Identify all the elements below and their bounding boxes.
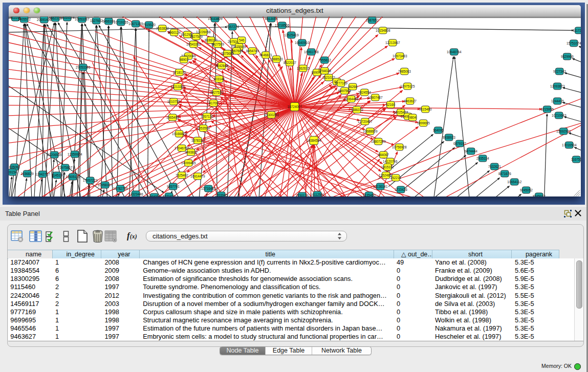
svg-text:17046766: 17046766 xyxy=(175,146,189,149)
svg-text:14136141: 14136141 xyxy=(373,184,388,188)
svg-text:7625402: 7625402 xyxy=(176,173,188,177)
svg-text:8813054: 8813054 xyxy=(265,17,278,20)
svg-text:9227343: 9227343 xyxy=(553,69,566,73)
svg-text:7632621: 7632621 xyxy=(488,164,501,168)
svg-text:12093873: 12093873 xyxy=(550,84,565,87)
svg-text:10543362: 10543362 xyxy=(186,42,201,46)
svg-text:3824554: 3824554 xyxy=(358,90,371,94)
svg-text:3267130: 3267130 xyxy=(201,114,213,118)
svg-text:8215955: 8215955 xyxy=(541,107,554,111)
svg-text:1203945: 1203945 xyxy=(215,193,228,196)
svg-text:19218506: 19218506 xyxy=(275,23,290,27)
svg-text:6497568: 6497568 xyxy=(338,89,351,92)
svg-text:15300293: 15300293 xyxy=(264,113,279,116)
svg-text:15751074: 15751074 xyxy=(567,41,581,45)
svg-text:9329966: 9329966 xyxy=(561,54,574,58)
svg-text:9474444: 9474444 xyxy=(465,149,477,152)
svg-text:9245052: 9245052 xyxy=(520,188,533,191)
svg-text:10671355: 10671355 xyxy=(128,21,143,25)
svg-text:3375685: 3375685 xyxy=(221,51,234,55)
svg-text:9115460: 9115460 xyxy=(419,107,432,111)
svg-text:8471676: 8471676 xyxy=(498,171,511,175)
svg-text:12505135: 12505135 xyxy=(66,174,80,178)
svg-text:8938923: 8938923 xyxy=(443,135,455,139)
svg-text:10958107: 10958107 xyxy=(98,183,113,186)
svg-text:8771420: 8771420 xyxy=(163,194,176,196)
svg-text:13525419: 13525419 xyxy=(284,33,299,36)
svg-text:7357274: 7357274 xyxy=(226,25,239,28)
svg-text:13226058: 13226058 xyxy=(196,30,211,33)
svg-text:8454749: 8454749 xyxy=(246,49,259,52)
svg-text:14099485: 14099485 xyxy=(181,161,196,164)
svg-text:29053346: 29053346 xyxy=(76,65,91,69)
svg-text:2935114: 2935114 xyxy=(476,156,489,160)
svg-text:16112561: 16112561 xyxy=(310,192,324,196)
svg-text:1588520: 1588520 xyxy=(270,57,283,60)
svg-text:16782759: 16782759 xyxy=(113,186,128,190)
svg-text:1244415: 1244415 xyxy=(551,99,564,102)
svg-text:1405572: 1405572 xyxy=(18,17,31,20)
svg-text:10654112: 10654112 xyxy=(507,180,521,183)
svg-text:9777169: 9777169 xyxy=(335,81,347,84)
svg-text:8322037: 8322037 xyxy=(284,60,296,64)
svg-text:12213967: 12213967 xyxy=(385,40,400,44)
svg-text:9242848: 9242848 xyxy=(215,63,228,67)
svg-text:7955812: 7955812 xyxy=(318,58,331,61)
svg-text:1010755: 1010755 xyxy=(167,99,180,103)
svg-text:19384554: 19384554 xyxy=(307,138,321,142)
svg-text:8427509: 8427509 xyxy=(211,42,224,46)
svg-text:13720407: 13720407 xyxy=(358,119,373,123)
svg-text:7485063: 7485063 xyxy=(398,69,411,73)
svg-text:1117205: 1117205 xyxy=(573,28,581,32)
svg-text:17016504: 17016504 xyxy=(562,143,577,146)
svg-text:10648784: 10648784 xyxy=(447,50,462,53)
svg-text:41700: 41700 xyxy=(209,101,218,104)
svg-text:46266: 46266 xyxy=(348,84,357,88)
svg-text:9457791: 9457791 xyxy=(167,184,180,188)
svg-text:17359924: 17359924 xyxy=(68,152,82,156)
svg-text:16033809: 16033809 xyxy=(208,17,223,20)
svg-text:1815112: 1815112 xyxy=(381,165,394,168)
svg-text:62160: 62160 xyxy=(386,102,395,106)
svg-text:98901: 98901 xyxy=(179,57,188,61)
svg-text:2718176: 2718176 xyxy=(173,70,186,74)
svg-text:10688609: 10688609 xyxy=(363,129,378,133)
svg-text:17957223: 17957223 xyxy=(83,178,98,182)
svg-text:19166825: 19166825 xyxy=(172,132,187,135)
svg-text:116753: 116753 xyxy=(571,157,581,161)
svg-text:10807487: 10807487 xyxy=(368,95,383,99)
svg-text:803144: 803144 xyxy=(213,77,225,80)
svg-text:252214: 252214 xyxy=(390,176,401,179)
svg-text:12213383: 12213383 xyxy=(170,84,185,88)
svg-text:7730125: 7730125 xyxy=(296,193,309,196)
svg-text:15716485: 15716485 xyxy=(201,186,216,190)
svg-text:114519: 114519 xyxy=(52,173,62,177)
svg-text:18807249: 18807249 xyxy=(371,139,386,143)
svg-text:9904231: 9904231 xyxy=(148,194,161,196)
svg-text:835061: 835061 xyxy=(9,165,20,168)
svg-text:7663822: 7663822 xyxy=(156,26,169,30)
svg-text:9804: 9804 xyxy=(409,115,417,119)
svg-text:6879197: 6879197 xyxy=(453,141,466,145)
svg-text:1362615: 1362615 xyxy=(297,66,310,70)
svg-text:20206535: 20206535 xyxy=(47,152,62,156)
svg-text:3578332: 3578332 xyxy=(191,138,204,142)
svg-text:7515520: 7515520 xyxy=(143,23,156,26)
svg-text:16959574: 16959574 xyxy=(60,17,75,19)
svg-text:15692971: 15692971 xyxy=(556,129,571,133)
svg-text:0899695: 0899695 xyxy=(417,121,430,124)
svg-text:16640910: 16640910 xyxy=(295,40,310,44)
svg-text:9463627: 9463627 xyxy=(404,99,417,102)
svg-text:9146821: 9146821 xyxy=(259,53,272,56)
svg-text:10154808: 10154808 xyxy=(376,28,390,32)
svg-text:18724007: 18724007 xyxy=(287,104,302,108)
svg-text:7386372: 7386372 xyxy=(351,107,363,111)
svg-text:10756928: 10756928 xyxy=(392,145,407,148)
svg-text:10210643: 10210643 xyxy=(552,113,567,117)
svg-text:1733426: 1733426 xyxy=(395,187,407,191)
svg-text:12323446: 12323446 xyxy=(128,192,143,195)
svg-text:10719155: 10719155 xyxy=(114,20,128,24)
svg-text:23975867: 23975867 xyxy=(58,165,73,169)
svg-text:8245012: 8245012 xyxy=(533,194,546,196)
svg-text:164095: 164095 xyxy=(432,128,444,132)
